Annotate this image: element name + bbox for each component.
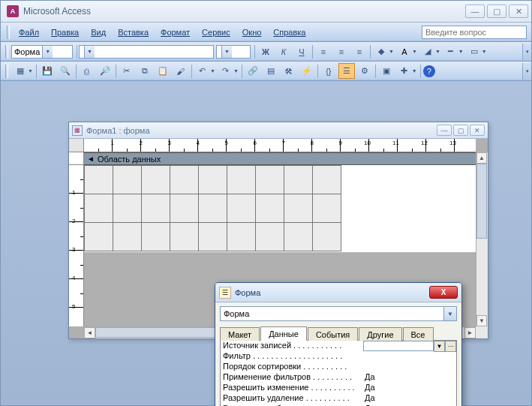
- menu-insert[interactable]: Вставка: [112, 26, 155, 39]
- properties-titlebar[interactable]: ☰ Форма X: [215, 283, 461, 302]
- autoformat-button[interactable]: ⚡: [299, 63, 315, 79]
- italic-button[interactable]: К: [275, 44, 292, 59]
- build-button[interactable]: ⚙: [356, 63, 373, 79]
- scroll-down-button[interactable]: ▼: [476, 315, 487, 326]
- prop-value[interactable]: Да: [363, 393, 456, 403]
- properties-button[interactable]: ☰: [338, 63, 355, 79]
- font-color-button[interactable]: A: [396, 44, 413, 59]
- scroll-left-button[interactable]: ◄: [84, 327, 95, 338]
- prop-value[interactable]: Да: [363, 372, 456, 382]
- save-button[interactable]: 💾: [39, 63, 56, 79]
- menu-help[interactable]: Справка: [267, 26, 311, 39]
- prop-value[interactable]: [363, 351, 456, 361]
- prop-value[interactable]: [363, 362, 456, 371]
- prop-label: Порядок сортировки . . . . . . . . . .: [221, 362, 363, 371]
- format-toolbar: Форма▼ ▼ ▼ Ж К Ч ≡ ≡ ≡ ◆▼ A▼ ◢▼ ━▼ ▭▼ ▾: [1, 42, 531, 62]
- form-close-button[interactable]: ✕: [470, 125, 485, 136]
- scrollbar-corner: [476, 326, 488, 338]
- form-window-title: Форма1 : форма: [86, 126, 150, 135]
- horizontal-ruler[interactable]: 1 2 3 4 5 6 7 8 9 10 11 12 13: [84, 139, 476, 152]
- prop-value[interactable]: Да: [363, 383, 456, 392]
- prop-value-input[interactable]: [363, 341, 434, 351]
- prop-label: Применение фильтров . . . . . . . . .: [221, 372, 363, 382]
- prop-row[interactable]: Разрешить изменение . . . . . . . . . .Д…: [221, 383, 456, 393]
- chevron-down-icon: ▼: [443, 307, 456, 320]
- detail-section-header[interactable]: ◄ Область данных: [84, 152, 476, 165]
- properties-close-button[interactable]: X: [429, 286, 458, 299]
- maximize-button[interactable]: ▢: [487, 5, 506, 18]
- special-effect-button[interactable]: ▭: [466, 44, 482, 59]
- prop-label: Фильтр . . . . . . . . . . . . . . . . .…: [221, 351, 363, 361]
- vertical-ruler[interactable]: 1 2 3 4 5: [69, 152, 84, 326]
- toolbar-overflow[interactable]: ▾: [522, 44, 531, 60]
- menu-window[interactable]: Окно: [236, 26, 268, 39]
- vertical-scrollbar[interactable]: ▲ ▼: [476, 152, 488, 326]
- paste-button[interactable]: 📋: [155, 63, 171, 79]
- dropdown-button[interactable]: ▼: [434, 341, 445, 352]
- prop-row[interactable]: Фильтр . . . . . . . . . . . . . . . . .…: [221, 351, 456, 362]
- menu-tools[interactable]: Сервис: [196, 26, 236, 39]
- detail-grid[interactable]: [84, 165, 476, 252]
- align-right-button[interactable]: ≡: [351, 44, 368, 59]
- underline-button[interactable]: Ч: [293, 44, 310, 59]
- prop-label: Источник записей . . . . . . . . . . .: [221, 341, 363, 350]
- field-list-button[interactable]: ▤: [263, 63, 279, 79]
- app-titlebar: A Microsoft Access — ▢ ✕: [1, 1, 531, 23]
- tab-all[interactable]: Все: [403, 327, 434, 341]
- redo-button[interactable]: ↷: [218, 63, 234, 79]
- new-object-button[interactable]: ✚: [396, 63, 413, 79]
- align-center-button[interactable]: ≡: [333, 44, 350, 59]
- tab-layout[interactable]: Макет: [220, 327, 260, 341]
- properties-icon: ☰: [219, 287, 231, 299]
- minimize-button[interactable]: —: [465, 5, 485, 18]
- help-search-input[interactable]: [422, 26, 527, 39]
- toolbar-overflow-2[interactable]: ▾: [522, 63, 531, 80]
- undo-button[interactable]: ↶: [194, 63, 211, 79]
- prop-row[interactable]: Разрешить удаление . . . . . . . . . .Да: [221, 393, 456, 404]
- properties-object-combo[interactable]: Форма ▼: [220, 306, 457, 321]
- help-button[interactable]: ?: [423, 65, 435, 77]
- search-button[interactable]: 🔍: [57, 63, 74, 79]
- insert-hyperlink-button[interactable]: 🔗: [245, 63, 261, 79]
- cut-button[interactable]: ✂: [119, 63, 135, 79]
- ruler-corner[interactable]: [69, 139, 84, 152]
- format-painter-button[interactable]: 🖌: [173, 63, 189, 79]
- align-left-button[interactable]: ≡: [315, 44, 332, 59]
- view-button[interactable]: ▦: [12, 63, 29, 79]
- builder-button[interactable]: ⋯: [445, 341, 456, 352]
- form-maximize-button[interactable]: ▢: [453, 125, 468, 136]
- font-size-combo[interactable]: ▼: [216, 45, 251, 59]
- object-combo[interactable]: Форма▼: [11, 45, 73, 59]
- form-titlebar[interactable]: ▦ Форма1 : форма — ▢ ✕: [69, 122, 488, 139]
- section-marker-icon: ◄: [87, 155, 95, 163]
- scroll-up-button[interactable]: ▲: [476, 152, 487, 164]
- menu-view[interactable]: Вид: [85, 26, 112, 39]
- prop-row[interactable]: Источник записей . . . . . . . . . . . ▼…: [221, 341, 456, 351]
- bold-button[interactable]: Ж: [257, 44, 274, 59]
- line-color-button[interactable]: ◢: [419, 44, 436, 59]
- toolbox-button[interactable]: 🛠: [281, 63, 297, 79]
- close-button[interactable]: ✕: [509, 5, 528, 18]
- print-preview-button[interactable]: 🔎: [97, 63, 113, 79]
- prop-row[interactable]: Применение фильтров . . . . . . . . .Да: [221, 372, 456, 383]
- line-width-button[interactable]: ━: [443, 44, 459, 59]
- menu-format[interactable]: Формат: [155, 26, 196, 39]
- prop-label: Разрешить изменение . . . . . . . . . .: [221, 383, 363, 392]
- scroll-thumb-v[interactable]: [476, 164, 487, 239]
- tab-events[interactable]: События: [308, 327, 358, 341]
- tab-other[interactable]: Другие: [359, 327, 401, 341]
- scroll-right-button[interactable]: ►: [464, 327, 476, 338]
- code-button[interactable]: {}: [320, 63, 337, 79]
- app-title: Microsoft Access: [23, 6, 91, 17]
- menu-edit[interactable]: Правка: [45, 26, 85, 39]
- font-combo[interactable]: ▼: [79, 45, 214, 59]
- database-window-button[interactable]: ▣: [378, 63, 395, 79]
- tab-data[interactable]: Данные: [260, 326, 307, 341]
- prop-row[interactable]: Порядок сортировки . . . . . . . . . .: [221, 362, 456, 372]
- form-minimize-button[interactable]: —: [437, 125, 452, 136]
- menu-file[interactable]: Файл: [13, 26, 45, 39]
- fill-color-button[interactable]: ◆: [373, 44, 389, 59]
- print-button[interactable]: ⎙: [79, 63, 95, 79]
- mdi-workspace: ▦ Форма1 : форма — ▢ ✕ 1 2 3 4 5 6 7 8: [1, 81, 531, 405]
- copy-button[interactable]: ⧉: [137, 63, 153, 79]
